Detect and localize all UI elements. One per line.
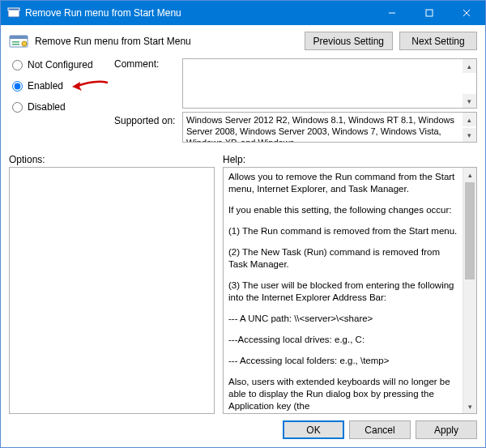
cancel-button[interactable]: Cancel bbox=[349, 420, 411, 439]
help-text: Also, users with extended keyboards will… bbox=[228, 376, 458, 412]
maximize-button[interactable] bbox=[411, 1, 448, 25]
config-area: Not Configured Enabled Disabled Comment:… bbox=[1, 55, 485, 146]
radio-disabled-input[interactable] bbox=[12, 102, 23, 113]
help-text: If you enable this setting, the followin… bbox=[228, 204, 458, 216]
svg-rect-5 bbox=[426, 10, 433, 16]
options-pane bbox=[9, 167, 215, 414]
help-text: (3) The user will be blocked from enteri… bbox=[228, 279, 458, 304]
pane-labels: Options: Help: bbox=[1, 146, 485, 167]
options-label: Options: bbox=[9, 154, 223, 165]
header: Remove Run menu from Start Menu Previous… bbox=[1, 25, 485, 55]
help-text: --- Accessing local folders: e.g., \temp… bbox=[228, 355, 458, 367]
svg-rect-9 bbox=[10, 36, 28, 39]
svg-rect-1 bbox=[8, 8, 19, 11]
window-title: Remove Run menu from Start Menu bbox=[25, 7, 373, 19]
scroll-up-icon[interactable]: ▴ bbox=[463, 168, 476, 181]
scroll-down-icon[interactable]: ▾ bbox=[463, 399, 476, 413]
radio-enabled[interactable]: Enabled bbox=[12, 79, 111, 92]
minimize-button[interactable] bbox=[373, 1, 411, 25]
close-button[interactable] bbox=[448, 1, 485, 25]
policy-window-icon bbox=[7, 6, 20, 19]
ok-button[interactable]: OK bbox=[283, 420, 344, 439]
svg-rect-10 bbox=[12, 41, 19, 43]
supported-value: Windows Server 2012 R2, Windows 8.1, Win… bbox=[186, 115, 454, 143]
policy-title: Remove Run menu from Start Menu bbox=[35, 36, 298, 47]
radio-enabled-input[interactable] bbox=[12, 81, 23, 92]
radio-not-configured[interactable]: Not Configured bbox=[12, 58, 111, 71]
help-scrollbar[interactable]: ▴ ▾ bbox=[463, 168, 476, 413]
help-text: Allows you to remove the Run command fro… bbox=[228, 171, 458, 195]
titlebar: Remove Run menu from Start Menu bbox=[1, 1, 485, 25]
help-label: Help: bbox=[223, 154, 477, 165]
state-radios: Not Configured Enabled Disabled bbox=[12, 58, 111, 113]
comment-label: Comment: bbox=[114, 58, 179, 70]
supported-label: Supported on: bbox=[114, 112, 179, 126]
previous-setting-button[interactable]: Previous Setting bbox=[305, 32, 393, 50]
svg-point-12 bbox=[22, 41, 27, 46]
scroll-up-icon[interactable]: ▴ bbox=[463, 113, 476, 126]
svg-rect-11 bbox=[12, 44, 19, 45]
radio-enabled-label: Enabled bbox=[28, 80, 63, 92]
dialog-buttons: OK Cancel Apply bbox=[1, 414, 485, 447]
help-text: (2) The New Task (Run) command is remove… bbox=[228, 246, 458, 271]
supported-field: Windows Server 2012 R2, Windows 8.1, Win… bbox=[182, 112, 477, 143]
help-text: ---Accessing local drives: e.g., C: bbox=[228, 334, 458, 346]
next-setting-button[interactable]: Next Setting bbox=[399, 32, 477, 50]
radio-not-configured-label: Not Configured bbox=[28, 59, 93, 70]
scroll-up-icon[interactable]: ▴ bbox=[463, 59, 476, 73]
policy-icon bbox=[9, 33, 28, 49]
comment-field[interactable]: ▴ ▾ bbox=[182, 58, 477, 109]
help-pane: Allows you to remove the Run command fro… bbox=[223, 167, 477, 414]
help-text: --- A UNC path: \\<server>\<share> bbox=[228, 313, 458, 325]
scroll-thumb[interactable] bbox=[465, 182, 475, 279]
svg-rect-2 bbox=[10, 12, 15, 13]
help-content: Allows you to remove the Run command fro… bbox=[224, 168, 463, 413]
scroll-down-icon[interactable]: ▾ bbox=[463, 94, 476, 108]
svg-rect-3 bbox=[10, 14, 15, 15]
radio-disabled[interactable]: Disabled bbox=[12, 100, 111, 113]
radio-not-configured-input[interactable] bbox=[12, 60, 23, 70]
apply-button[interactable]: Apply bbox=[416, 420, 477, 439]
scroll-down-icon[interactable]: ▾ bbox=[463, 128, 476, 142]
help-text: (1) The Run command is removed from the … bbox=[228, 225, 458, 237]
radio-disabled-label: Disabled bbox=[28, 101, 66, 113]
panes: Allows you to remove the Run command fro… bbox=[1, 167, 485, 414]
